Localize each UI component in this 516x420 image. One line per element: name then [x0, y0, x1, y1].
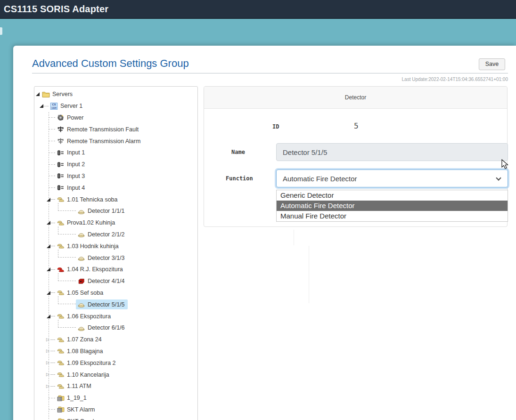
tree-item-label: 1.06 Ekspozitura — [67, 313, 111, 320]
tree-item-label: Detector 3/1/3 — [88, 255, 125, 261]
tree-item[interactable]: Detector 6/1/6 — [34, 322, 197, 334]
expander-open-icon[interactable] — [47, 221, 50, 225]
tree-item-label: 1.11 ATM — [67, 383, 91, 389]
zone-icon — [57, 359, 65, 367]
tree-node[interactable]: Remote Transmission Alarm — [55, 136, 143, 146]
tree-node[interactable]: CS1115Server 1 — [49, 101, 85, 111]
tree-item[interactable]: ▷1.10 Kancelarija — [34, 369, 197, 380]
tree-item[interactable]: Detector 5/1/5 — [34, 299, 197, 310]
dropdown-option[interactable]: Automatic Fire Detector — [277, 201, 508, 211]
tree-item-label: Detector 4/1/4 — [88, 278, 125, 284]
tree-node[interactable]: 1_19_1 — [55, 393, 90, 403]
tree-node[interactable]: Detector 2/1/2 — [76, 229, 128, 239]
tree-node[interactable]: Remote Transmission Fault — [55, 124, 141, 134]
dropdown-option[interactable]: Manual Fire Detector — [277, 211, 508, 221]
tree-node[interactable]: Input 3 — [55, 171, 88, 181]
expander-open-icon[interactable] — [40, 104, 43, 108]
tree-node[interactable]: Detector 6/1/6 — [76, 323, 128, 333]
control-panel-icon — [57, 405, 65, 413]
tree-item[interactable]: Input 2 — [34, 159, 197, 170]
zone-icon — [57, 382, 65, 390]
save-button[interactable]: Save — [479, 58, 505, 70]
expander-open-icon[interactable] — [36, 92, 40, 96]
tree-item[interactable]: Detector 2/1/2 — [34, 229, 197, 241]
tree-connector — [50, 269, 55, 270]
tree-node[interactable]: Servers — [41, 89, 75, 99]
tree-item[interactable]: SKT Alarm — [34, 404, 197, 416]
tree-connector — [49, 153, 55, 153]
name-input[interactable] — [276, 143, 508, 161]
tree-item[interactable]: Detector 1/1/1 — [34, 205, 197, 217]
tree-node[interactable]: SKT Alarm — [55, 404, 98, 414]
tree-connector — [49, 164, 55, 165]
expander-closed-icon[interactable]: ▷ — [46, 372, 50, 377]
page-title: Advanced Custom Settings Group — [32, 57, 189, 70]
last-update-text: Last Update:2022-02-14T15:04:36.6552741+… — [402, 77, 508, 82]
tree-elbow-connector — [58, 320, 76, 328]
tree-item[interactable]: ▷1.09 Ekspozitura 2 — [34, 357, 197, 369]
tree-item[interactable]: Power — [34, 112, 197, 124]
id-label: ID — [272, 123, 279, 130]
expander-open-icon[interactable] — [47, 267, 50, 271]
device-tree-panel: ServersCS1115Server 1PowerRemote Transmi… — [34, 86, 198, 420]
tree-node[interactable]: Input 1 — [55, 148, 88, 158]
tree-item[interactable]: Remote Transmission Fault — [34, 123, 197, 135]
tree-node[interactable]: 1.07 Zona 24 — [55, 335, 105, 345]
tree-item[interactable]: Input 4 — [34, 182, 197, 194]
tree-node[interactable]: 1.10 Kancelarija — [55, 370, 112, 380]
expander-open-icon[interactable] — [47, 291, 50, 295]
expander-closed-icon[interactable]: ▷ — [46, 349, 50, 353]
tree-connector — [50, 199, 55, 200]
tree-node[interactable]: Input 4 — [55, 183, 88, 193]
function-select[interactable]: Automatic Fire Detector — [276, 170, 508, 187]
tree-item[interactable]: Input 1 — [34, 147, 197, 159]
tree-item-label: Detector 2/1/2 — [88, 231, 125, 238]
zone-icon — [57, 289, 65, 297]
tree-node[interactable]: Input 2 — [55, 160, 88, 170]
control-panel-icon — [57, 394, 65, 402]
tree-node[interactable]: 1.08 Blagajna — [55, 346, 106, 356]
tree-item[interactable]: Detector 4/1/4 — [34, 275, 197, 287]
zone-icon — [57, 347, 65, 355]
expander-open-icon[interactable] — [47, 244, 50, 248]
tree-item-label: Input 4 — [67, 185, 85, 191]
tree-node[interactable]: 1.09 Ekspozitura 2 — [55, 358, 119, 368]
id-value: 5 — [354, 121, 359, 130]
tree-node[interactable]: 1.11 ATM — [55, 381, 94, 391]
tree-node[interactable]: Detector 3/1/3 — [76, 253, 128, 263]
function-select-value: Automatic Fire Detector — [283, 175, 357, 183]
tree-item[interactable]: ▷1.07 Zona 24 — [34, 334, 197, 346]
tree-elbow-connector — [58, 296, 76, 304]
tree-item[interactable]: Servers — [34, 89, 197, 100]
tree-node[interactable]: SKT Greska — [55, 416, 102, 420]
expander-closed-icon[interactable]: ▷ — [46, 361, 50, 365]
tree-node[interactable]: Power — [55, 113, 86, 122]
expander-closed-icon[interactable]: ▷ — [46, 338, 50, 342]
tree-node-selected[interactable]: Detector 5/1/5 — [76, 299, 128, 309]
tree-item-label: Power — [67, 114, 83, 121]
expander-closed-icon[interactable]: ▷ — [46, 384, 50, 388]
tree-node[interactable]: Detector 4/1/4 — [76, 276, 128, 286]
tree-connector — [50, 363, 55, 363]
input-icon — [57, 149, 65, 157]
tree-item-label: Detector 1/1/1 — [88, 208, 125, 214]
svg-text:CS: CS — [52, 103, 56, 106]
tree-connector — [49, 117, 55, 118]
tree-item[interactable]: SKT Greska — [34, 415, 197, 420]
tree-item[interactable]: 1_19_1 — [34, 392, 197, 404]
top-navbar: CS1115 SORIS Adapter — [0, 0, 516, 19]
tree-item[interactable]: ▷1.11 ATM — [34, 380, 197, 392]
dropdown-option[interactable]: Generic Detector — [277, 190, 508, 201]
expander-open-icon[interactable] — [47, 315, 50, 318]
app-title: CS1115 SORIS Adapter — [0, 4, 108, 15]
tree-item[interactable]: Detector 3/1/3 — [34, 252, 197, 264]
tree-item-label: Detector 6/1/6 — [88, 324, 125, 331]
expander-open-icon[interactable] — [47, 198, 50, 202]
tree-item[interactable]: CS1115Server 1 — [34, 100, 197, 112]
side-notch — [0, 27, 2, 35]
tree-item[interactable]: Input 3 — [34, 170, 197, 182]
tree-item[interactable]: Remote Transmission Alarm — [34, 135, 197, 147]
tree-item-label: 1.10 Kancelarija — [67, 372, 109, 378]
tree-item[interactable]: ▷1.08 Blagajna — [34, 346, 197, 357]
tree-node[interactable]: Detector 1/1/1 — [76, 206, 128, 216]
